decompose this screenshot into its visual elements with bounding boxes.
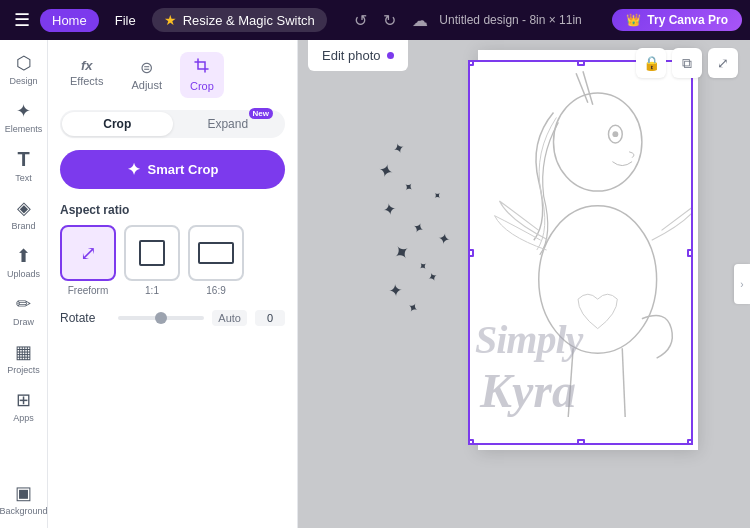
adjust-tab-label: Adjust xyxy=(131,79,162,91)
sidebar-item-apps[interactable]: ⊞ Apps xyxy=(2,383,46,429)
redo-button[interactable]: ↻ xyxy=(378,9,401,32)
svg-line-7 xyxy=(622,348,625,417)
topbar-center: ↺ ↻ ☁ Untitled design - 8in × 11in xyxy=(349,9,581,32)
sidebar-label-text: Text xyxy=(15,173,32,183)
text-icon: T xyxy=(17,148,29,171)
sidebar-item-background[interactable]: ▣ Background xyxy=(2,476,46,522)
edit-photo-label: Edit photo xyxy=(322,48,381,63)
elements-icon: ✦ xyxy=(16,100,31,122)
apps-icon: ⊞ xyxy=(16,389,31,411)
uploads-icon: ⬆ xyxy=(16,245,31,267)
smart-crop-button[interactable]: ✦ Smart Crop xyxy=(60,150,285,189)
butterfly-4: ✦ xyxy=(381,199,397,220)
canvapro-button[interactable]: 👑 Try Canva Pro xyxy=(612,9,742,31)
sidebar-label-uploads: Uploads xyxy=(7,269,40,279)
freeform-box[interactable]: ⤢ xyxy=(60,225,116,281)
16x9-box[interactable] xyxy=(188,225,244,281)
brand-icon: ◈ xyxy=(17,197,31,219)
butterfly-10: ✦ xyxy=(430,189,443,202)
butterfly-12: ✦ xyxy=(426,269,441,286)
expand-btn-label: Expand xyxy=(207,117,248,131)
topbar-magic-switch[interactable]: ★ Resize & Magic Switch xyxy=(152,8,327,32)
svg-point-5 xyxy=(539,206,657,353)
svg-point-2 xyxy=(553,93,641,191)
aspect-1x1[interactable]: 1:1 xyxy=(124,225,180,296)
freeform-icon: ⤢ xyxy=(80,241,97,265)
expand-mode-btn[interactable]: New Expand xyxy=(173,112,284,136)
sidebar-item-design[interactable]: ⬡ Design xyxy=(2,46,46,92)
sidebar-label-design: Design xyxy=(9,76,37,86)
rotate-slider[interactable] xyxy=(118,316,204,320)
aspect-freeform[interactable]: ⤢ Freeform xyxy=(60,225,116,296)
crop-mode-btn[interactable]: Crop xyxy=(62,112,173,136)
smart-crop-label: Smart Crop xyxy=(148,162,219,177)
right-panel-toggle[interactable]: › xyxy=(734,264,750,304)
undo-button[interactable]: ↺ xyxy=(349,9,372,32)
svg-point-4 xyxy=(612,131,618,137)
sidebar-item-elements[interactable]: ✦ Elements xyxy=(2,94,46,140)
star-icon: ★ xyxy=(164,12,177,28)
svg-line-1 xyxy=(583,71,593,104)
sidebar-item-brand[interactable]: ◈ Brand xyxy=(2,191,46,237)
butterfly-8: ✦ xyxy=(387,279,403,301)
tab-adjust[interactable]: ⊜ Adjust xyxy=(121,52,172,98)
sidebar-item-uploads[interactable]: ⬆ Uploads xyxy=(2,239,46,285)
1x1-box[interactable] xyxy=(124,225,180,281)
square-icon xyxy=(139,240,165,266)
topbar-file-tab[interactable]: File xyxy=(103,9,148,32)
16x9-label: 16:9 xyxy=(206,285,225,296)
landscape-icon xyxy=(198,242,234,264)
butterfly-2: ✦ xyxy=(375,158,395,183)
tools-tabs: fx Effects ⊜ Adjust Crop xyxy=(60,52,285,98)
magic-label: Resize & Magic Switch xyxy=(183,13,315,28)
rotate-thumb[interactable] xyxy=(155,312,167,324)
hamburger-menu[interactable]: ☰ xyxy=(8,5,36,35)
butterfly-5: ✦ xyxy=(410,218,428,238)
svg-line-6 xyxy=(568,348,573,417)
sidebar-label-draw: Draw xyxy=(13,317,34,327)
rotate-auto-label: Auto xyxy=(212,310,247,326)
tab-effects[interactable]: fx Effects xyxy=(60,52,113,98)
aspect-16x9[interactable]: 16:9 xyxy=(188,225,244,296)
canvapro-label: Try Canva Pro xyxy=(647,13,728,27)
butterfly-3: ✦ xyxy=(400,178,417,195)
sidebar-item-draw[interactable]: ✏ Draw xyxy=(2,287,46,333)
aspect-ratio-label: Aspect ratio xyxy=(60,203,285,217)
edit-photo-dot xyxy=(387,52,394,59)
icon-sidebar: ⬡ Design ✦ Elements T Text ◈ Brand ⬆ Upl… xyxy=(0,40,48,528)
butterfly-11: ✦ xyxy=(437,229,453,249)
butterfly-9: ✦ xyxy=(405,298,422,316)
sidebar-label-projects: Projects xyxy=(7,365,40,375)
edit-photo-tab[interactable]: Edit photo xyxy=(308,40,408,71)
canvas-area[interactable]: Edit photo 🔒 ⧉ ⤢ › ✦ ✦ ✦ ✦ ✦ ✦ ✦ ✦ ✦ ✦ ✦… xyxy=(298,40,750,528)
selected-image-frame[interactable]: ↻ xyxy=(468,60,693,445)
smart-crop-icon: ✦ xyxy=(127,160,140,179)
new-badge: New xyxy=(249,108,273,119)
1x1-label: 1:1 xyxy=(145,285,159,296)
projects-icon: ▦ xyxy=(15,341,32,363)
tools-panel: fx Effects ⊜ Adjust Crop Crop xyxy=(48,40,298,528)
topbar-home-tab[interactable]: Home xyxy=(40,9,99,32)
tab-crop[interactable]: Crop xyxy=(180,52,224,98)
rotate-value[interactable]: 0 xyxy=(255,310,285,326)
cloud-save-icon: ☁ xyxy=(407,9,433,32)
crop-expand-row: Crop New Expand xyxy=(60,110,285,138)
main-layout: ⬡ Design ✦ Elements T Text ◈ Brand ⬆ Upl… xyxy=(0,40,750,528)
rotate-label: Rotate xyxy=(60,311,110,325)
rotate-row: Rotate Auto 0 xyxy=(60,310,285,326)
topbar: ☰ Home File ★ Resize & Magic Switch ↺ ↻ … xyxy=(0,0,750,40)
sidebar-label-apps: Apps xyxy=(13,413,34,423)
crop-tab-icon xyxy=(194,58,210,78)
sidebar-item-text[interactable]: T Text xyxy=(2,142,46,189)
butterfly-1: ✦ xyxy=(391,138,408,157)
effects-tab-icon: fx xyxy=(81,58,93,73)
sidebar-item-projects[interactable]: ▦ Projects xyxy=(2,335,46,381)
butterfly-6: ✦ xyxy=(388,237,416,266)
crop-tab-label: Crop xyxy=(190,80,214,92)
copy-button[interactable]: ⧉ xyxy=(672,48,702,78)
aspect-ratio-grid: ⤢ Freeform 1:1 16:9 xyxy=(60,225,285,296)
fullscreen-button[interactable]: ⤢ xyxy=(708,48,738,78)
lock-button[interactable]: 🔒 xyxy=(636,48,666,78)
design-icon: ⬡ xyxy=(16,52,32,74)
draw-icon: ✏ xyxy=(16,293,31,315)
